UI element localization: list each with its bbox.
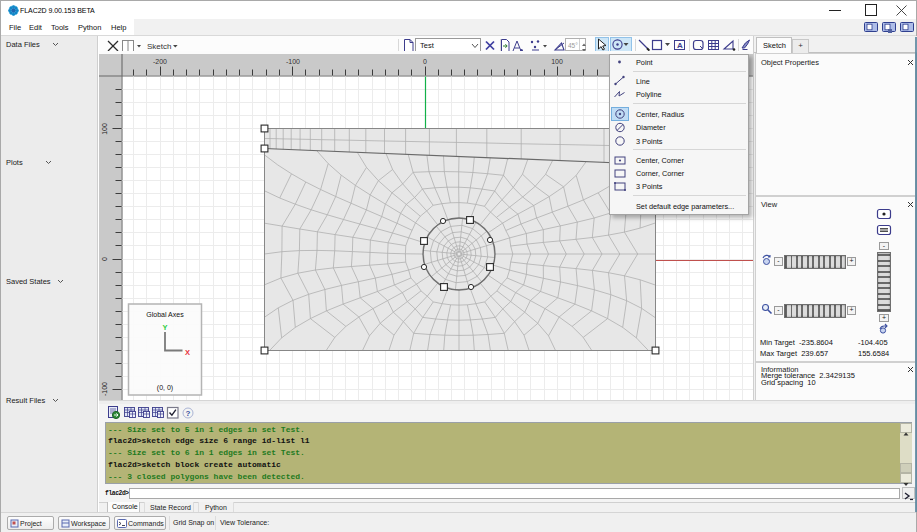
svg-text:?: ? [186,409,191,418]
svg-text:-100: -100 [286,58,300,65]
svg-text:0: 0 [101,257,108,261]
svg-text:Y: Y [162,323,167,332]
svg-text:100: 100 [551,58,563,65]
svg-text:100: 100 [101,123,108,135]
svg-text:Sketch: Sketch [147,42,171,51]
svg-text:Global Axes: Global Axes [146,311,184,318]
svg-text:X: X [185,348,190,357]
svg-text:(0, 0): (0, 0) [157,384,173,392]
svg-text:A: A [677,41,683,50]
svg-text:-100: -100 [101,382,108,396]
svg-text:-200: -200 [153,58,167,65]
svg-text:0: 0 [423,58,427,65]
